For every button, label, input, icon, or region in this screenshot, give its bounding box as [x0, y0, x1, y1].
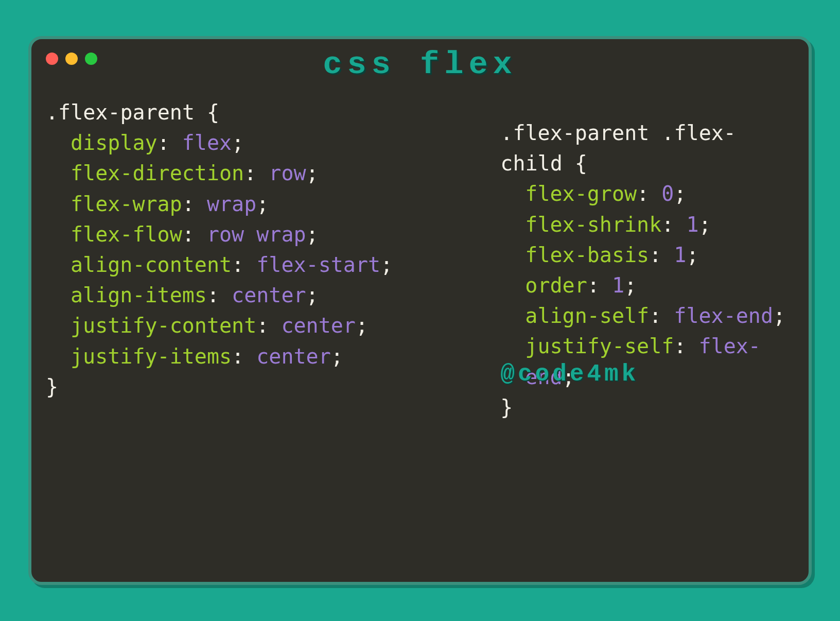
- code-columns: .flex-parent { display: flex; flex-direc…: [46, 97, 794, 423]
- css-value: 1: [686, 213, 698, 236]
- css-property: justify-items: [71, 344, 232, 368]
- css-value: flex-end: [674, 304, 773, 327]
- rule-line: flex-basis: 1;: [500, 240, 794, 270]
- rule-line: flex-direction: row;: [46, 158, 480, 188]
- css-value: center: [232, 283, 306, 307]
- rule-line: justify-content: center;: [46, 310, 480, 341]
- css-value: 0: [661, 182, 674, 205]
- window-controls: [46, 53, 97, 65]
- closing-brace: }: [500, 392, 794, 423]
- rule-line: display: flex;: [46, 128, 480, 158]
- selector: .flex-parent .flex-child: [500, 121, 736, 175]
- css-property: align-items: [71, 283, 207, 307]
- css-property: flex-grow: [525, 182, 637, 205]
- css-property: justify-self: [525, 334, 674, 358]
- css-property: flex-basis: [525, 243, 649, 267]
- css-property: align-content: [71, 253, 232, 277]
- rule-line: flex-grow: 0;: [500, 179, 794, 209]
- rule-line: flex-wrap: wrap;: [46, 189, 480, 219]
- css-value: 1: [674, 243, 686, 267]
- css-value: row: [269, 161, 306, 185]
- close-icon[interactable]: [46, 53, 58, 65]
- css-value: 1: [612, 273, 624, 297]
- maximize-icon[interactable]: [85, 53, 97, 65]
- css-property: flex-direction: [71, 161, 244, 185]
- css-property: flex-shrink: [525, 213, 661, 236]
- rule-line: flex-flow: row wrap;: [46, 219, 480, 250]
- code-block-parent: .flex-parent { display: flex; flex-direc…: [46, 97, 480, 423]
- code-window: css flex .flex-parent { display: flex; f…: [28, 36, 812, 585]
- selector-line: .flex-parent {: [46, 97, 480, 128]
- page-title: css flex: [46, 46, 794, 83]
- css-value: wrap: [207, 192, 256, 216]
- rule-line: justify-items: center;: [46, 341, 480, 372]
- selector-line: .flex-parent .flex-child {: [500, 118, 794, 179]
- author-handle: @code4mk: [500, 357, 639, 392]
- css-property: justify-content: [71, 314, 256, 337]
- css-value: flex-start: [256, 253, 380, 277]
- rule-line: flex-shrink: 1;: [500, 210, 794, 240]
- css-property: align-self: [525, 304, 649, 327]
- closing-brace: }: [46, 372, 480, 402]
- rule-line: align-self: flex-end;: [500, 301, 794, 331]
- rule-line: align-items: center;: [46, 280, 480, 310]
- css-value: flex: [182, 131, 232, 154]
- css-property: flex-wrap: [71, 192, 182, 216]
- rule-line: align-content: flex-start;: [46, 250, 480, 280]
- selector: .flex-parent: [46, 100, 195, 124]
- css-value: row wrap: [207, 222, 306, 246]
- minimize-icon[interactable]: [65, 53, 78, 65]
- css-property: order: [525, 273, 587, 297]
- rule-line: order: 1;: [500, 270, 794, 301]
- css-value: center: [256, 344, 331, 368]
- css-value: center: [281, 314, 356, 337]
- css-property: display: [71, 131, 157, 154]
- code-block-child: .flex-parent .flex-child { flex-grow: 0;…: [500, 97, 794, 423]
- css-property: flex-flow: [71, 222, 182, 246]
